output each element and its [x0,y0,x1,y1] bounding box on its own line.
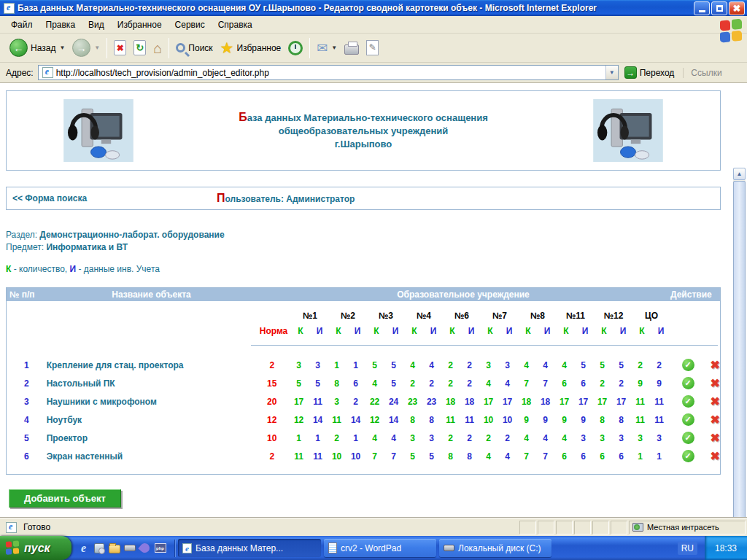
k-value: 3 [479,360,498,370]
quicklaunch-dolphin-icon[interactable] [139,542,151,554]
toolbar-separator [169,38,169,58]
scrollbar-thumb[interactable] [733,181,746,518]
approve-icon[interactable]: ✓ [682,432,694,444]
print-button[interactable] [341,40,363,56]
links-label[interactable]: Ссылки [683,68,727,78]
k-column-label: К [557,326,576,336]
quicklaunch-app-icon[interactable] [93,542,105,554]
quicklaunch-disk-icon[interactable] [123,542,136,554]
task-button-1[interactable]: crv2 - WordPad [324,539,436,557]
edit-button[interactable]: ✎ [363,39,382,57]
object-name-link[interactable]: Экран настенный [47,451,255,462]
object-name-link[interactable]: Ноутбук [47,415,255,425]
delete-icon[interactable]: ✖ [711,414,720,426]
menu-item-1[interactable]: Правка [39,17,82,33]
task-button-0[interactable]: eБаза данных Матер... [178,539,321,557]
menu-item-2[interactable]: Вид [82,17,111,33]
menu-item-4[interactable]: Сервис [169,17,212,33]
i-value: 17 [498,397,517,407]
table-row: 4Ноутбук12121411141214881111101099998811… [7,411,720,429]
home-button[interactable]: ⌂ [150,39,166,57]
approve-icon[interactable]: ✓ [682,377,694,389]
restore-button[interactable] [711,1,727,15]
task-button-2[interactable]: Локальный диск (C:) [439,539,551,557]
go-button[interactable]: → Переход [619,65,681,80]
i-value: 1 [347,360,365,370]
object-name-link[interactable]: Крепление для стац. проектора [47,360,255,370]
legend-i: И [70,264,77,274]
k-value: 3 [403,433,422,443]
address-dropdown-icon[interactable]: ▼ [605,66,618,79]
approve-icon[interactable]: ✓ [682,450,694,462]
quicklaunch-php-icon[interactable]: php [154,542,166,554]
minimize-button[interactable] [694,1,710,15]
k-value: 12 [365,415,384,425]
back-button[interactable]: ← Назад ▼ [6,37,69,58]
quicklaunch-folder-icon[interactable] [108,542,120,554]
status-pane [538,521,554,534]
menu-item-5[interactable]: Справка [212,17,259,33]
start-button[interactable]: пуск [0,536,71,560]
mail-button[interactable]: ✉ ▼ [313,39,341,58]
delete-icon[interactable]: ✖ [711,396,720,408]
objects-table: № п/п Название объекта Образовательное у… [6,287,721,475]
i-value: 8 [460,451,479,462]
delete-icon[interactable]: ✖ [711,451,720,462]
i-column-label: И [310,326,329,336]
k-value: 2 [479,433,498,443]
search-form-link[interactable]: << Форма поиска [12,193,87,203]
mail-dropdown-icon[interactable]: ▼ [331,44,337,51]
menu-item-3[interactable]: Избранное [111,17,169,33]
quicklaunch-ie-icon[interactable]: e [77,542,90,554]
approve-icon[interactable]: ✓ [682,395,694,408]
language-indicator[interactable]: RU [678,542,697,555]
forward-button[interactable]: → ▼ [69,37,104,58]
object-name-link[interactable]: Настольный ПК [47,378,255,389]
k-value: 8 [441,451,460,462]
scroll-up-icon[interactable]: ▲ [733,168,746,180]
refresh-button[interactable]: ↻ [130,39,150,57]
page-content: База данных Материально-технического осн… [0,83,747,518]
toolbar-separator [107,38,107,58]
address-input[interactable]: http://localhost/tech_provision/admin_ob… [38,65,619,80]
menu-item-0[interactable]: Файл [4,17,39,33]
row-number: 3 [7,397,47,407]
system-tray-clock[interactable]: 18:33 [705,536,747,560]
k-value: 4 [517,433,536,443]
object-name-link[interactable]: Проектор [47,433,255,443]
vertical-scrollbar[interactable]: ▲ ▼ [733,168,746,518]
i-value: 7 [536,378,555,389]
k-value: 11 [441,415,460,425]
close-button[interactable]: ✖ [729,1,745,15]
stop-button[interactable]: ✖ [110,39,130,57]
approve-icon[interactable]: ✓ [682,359,694,371]
add-object-button[interactable]: Добавить объект [9,489,121,508]
title-bar: База данных Материально-технического осн… [0,0,747,16]
k-value: 1 [290,433,309,443]
taskbar-separator [174,540,176,557]
column-header-action: Действие [670,289,720,300]
k-value: 10 [479,415,498,425]
back-dropdown-icon[interactable]: ▼ [59,44,65,51]
i-value: 4 [536,433,555,443]
i-value: 6 [347,378,365,389]
approve-icon[interactable]: ✓ [682,413,694,426]
i-value: 5 [612,360,631,370]
status-page-icon [6,522,17,533]
history-button[interactable] [285,39,306,57]
delete-icon[interactable]: ✖ [711,432,720,444]
object-name-link[interactable]: Наушники с микрофоном [47,397,255,407]
delete-icon[interactable]: ✖ [711,378,720,389]
home-icon: ⌂ [153,41,162,55]
k-value: 8 [403,415,422,425]
start-label: пуск [24,542,50,555]
back-icon: ← [9,39,28,57]
delete-icon[interactable]: ✖ [711,359,720,371]
nav-box: << Форма поиска Пользователь: Администра… [6,187,721,210]
table-divider-line [251,345,718,346]
search-button[interactable]: Поиск [172,42,216,55]
i-value: 3 [650,433,669,443]
favorites-button[interactable]: ★ Избранное [217,39,285,57]
i-value: 5 [422,451,441,462]
k-value: 2 [328,433,347,443]
